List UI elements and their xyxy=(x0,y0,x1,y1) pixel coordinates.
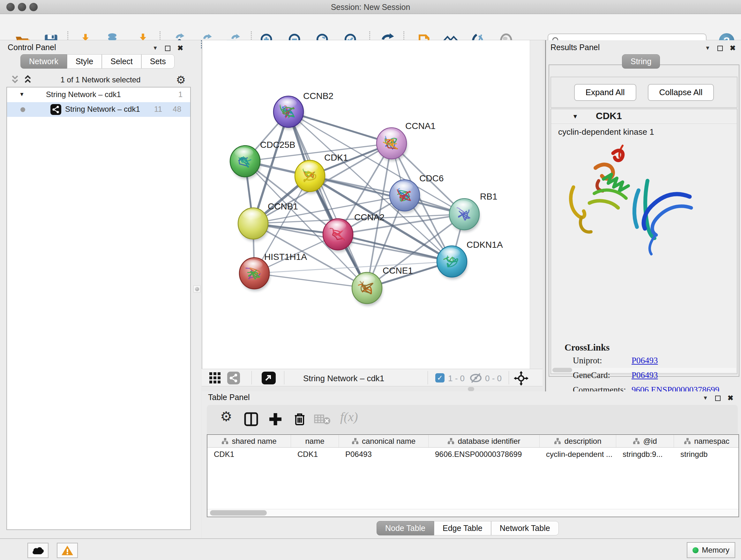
warning-icon xyxy=(61,545,74,556)
network-collection-label: String Network – cdk1 xyxy=(46,90,121,99)
node-label-RB1: RB1 xyxy=(480,192,497,201)
footer-separator xyxy=(252,371,252,384)
horizontal-splitter-handle[interactable] xyxy=(468,387,474,391)
float-panel-icon[interactable]: ▼ xyxy=(152,45,158,51)
string-network-icon xyxy=(51,104,61,115)
tab-edge-table[interactable]: Edge Table xyxy=(434,521,491,536)
node-label-CCNA2: CCNA2 xyxy=(354,212,385,222)
network-list: ▼ String Network – cdk1 1 String Network… xyxy=(6,87,191,530)
protein-structure-image xyxy=(562,140,697,267)
string-network-graph[interactable]: CCNB2CCNA1CDC25BCDK1CDC6RB1CCNB1CCNA2CDK… xyxy=(202,40,530,369)
delete-table-icon[interactable] xyxy=(314,414,331,425)
column-header-shared-name[interactable]: shared name xyxy=(207,435,291,447)
node-label-CDKN1A: CDKN1A xyxy=(467,240,503,250)
gene-section: ▼ CDK1 cyclin-dependent kinase 1 xyxy=(550,109,738,374)
column-header-database-identifier[interactable]: database identifier xyxy=(428,435,540,447)
network-options-gear-icon[interactable]: ⚙ xyxy=(176,73,186,86)
tab-network[interactable]: Network xyxy=(20,54,67,69)
table-header-row: shared namenamecanonical namedatabase id… xyxy=(207,435,738,448)
tab-network-table[interactable]: Network Table xyxy=(491,521,559,536)
column-header-description[interactable]: description xyxy=(540,435,616,447)
network-view-title: String Network – cdk1 xyxy=(303,374,384,383)
tab-string[interactable]: String xyxy=(622,54,660,69)
table-cell[interactable]: cyclin-dependent ... xyxy=(540,448,616,461)
section-collapse-icon[interactable]: ▼ xyxy=(572,113,578,120)
section-scrollbar[interactable] xyxy=(552,368,736,372)
table-options-gear-icon[interactable]: ⚙ xyxy=(220,409,232,424)
table-row[interactable]: CDK1CDK1P064939606.ENSP00000378699cyclin… xyxy=(207,448,738,461)
tab-node-table[interactable]: Node Table xyxy=(377,521,434,536)
tab-style[interactable]: Style xyxy=(67,54,102,69)
table-cell[interactable]: stringdb xyxy=(674,448,739,461)
node-CCNB1[interactable] xyxy=(238,208,269,241)
tree-expand-icon[interactable]: ▼ xyxy=(19,91,24,98)
column-header--id[interactable]: @id xyxy=(616,435,674,447)
selected-count-checkbox[interactable]: ✓ xyxy=(435,373,445,382)
table-panel: Table Panel ▼ ✖ ⚙ f(x) shared namenameca… xyxy=(202,391,741,538)
float-panel-icon[interactable]: ▼ xyxy=(705,45,711,51)
cloud-button[interactable] xyxy=(27,543,49,558)
crosshair-icon[interactable] xyxy=(514,371,529,386)
control-panel-title: Control Panel xyxy=(8,43,56,52)
gene-section-header[interactable]: ▼ CDK1 xyxy=(551,109,737,124)
node-label-CDC25B: CDC25B xyxy=(260,140,295,150)
window-title: Session: New Session xyxy=(0,3,741,12)
node-CDKN1A[interactable] xyxy=(437,246,468,279)
left-splitter-handle[interactable] xyxy=(193,286,200,293)
expand-all-button[interactable]: Expand All xyxy=(574,84,636,101)
string-style-icon[interactable] xyxy=(227,372,240,384)
close-panel-icon[interactable]: ✖ xyxy=(178,44,183,52)
node-label-CCNE1: CCNE1 xyxy=(383,266,413,275)
column-header-name[interactable]: name xyxy=(291,435,339,447)
table-cell[interactable]: CDK1 xyxy=(291,448,339,461)
network-selected-status: 1 of 1 Network selected xyxy=(0,75,201,84)
table-cell[interactable]: CDK1 xyxy=(207,448,291,461)
crosslinks-heading: CrossLinks xyxy=(564,342,610,353)
delete-column-icon[interactable] xyxy=(292,412,307,427)
maximize-panel-icon[interactable] xyxy=(715,395,721,401)
create-column-icon[interactable] xyxy=(268,412,283,427)
memory-button[interactable]: Memory xyxy=(687,542,735,558)
column-header-canonical-name[interactable]: canonical name xyxy=(339,435,428,447)
tab-sets[interactable]: Sets xyxy=(141,54,175,69)
crosslink-label: Uniprot: xyxy=(573,356,602,365)
node-CDC25B[interactable] xyxy=(230,145,261,179)
network-canvas[interactable]: CCNB2CCNA1CDC25BCDK1CDC6RB1CCNB1CCNA2CDK… xyxy=(202,40,530,369)
edge-count: 48 xyxy=(173,105,181,114)
footer-separator xyxy=(284,371,284,384)
close-panel-icon[interactable]: ✖ xyxy=(728,394,733,402)
float-panel-icon[interactable]: ▼ xyxy=(703,395,708,401)
column-header-namespac[interactable]: namespac xyxy=(674,435,739,447)
node-RB1[interactable] xyxy=(449,199,480,232)
node-CCNA1[interactable] xyxy=(377,128,407,161)
hidden-eye-icon[interactable] xyxy=(469,373,482,383)
network-collection-row[interactable]: ▼ String Network – cdk1 1 xyxy=(7,87,190,102)
show-columns-icon[interactable] xyxy=(244,412,259,427)
node-CDK1[interactable] xyxy=(295,160,326,194)
network-view-toolbar: String Network – cdk1 ✓ 1 - 0 0 - 0 xyxy=(202,369,542,386)
tab-select[interactable]: Select xyxy=(102,54,141,69)
function-builder-icon[interactable]: f(x) xyxy=(340,409,358,424)
collapse-all-button[interactable]: Collapse All xyxy=(648,84,714,101)
birds-eye-view-icon[interactable] xyxy=(209,372,221,384)
close-panel-icon[interactable]: ✖ xyxy=(730,44,736,52)
table-horizontal-scrollbar[interactable] xyxy=(207,509,738,516)
collection-count: 1 xyxy=(179,90,183,99)
open-in-window-icon[interactable] xyxy=(262,372,276,384)
crosslink-value-link[interactable]: P06493 xyxy=(631,356,658,366)
table-cell[interactable]: stringdb:9... xyxy=(616,448,674,461)
network-side-strip xyxy=(530,40,542,369)
node-label-CCNB2: CCNB2 xyxy=(303,91,333,101)
edge-HIST1H1A-CCNE1[interactable] xyxy=(254,273,367,288)
table-cell[interactable]: P06493 xyxy=(339,448,428,461)
table-cell[interactable]: 9606.ENSP00000378699 xyxy=(428,448,540,461)
node-HIST1H1A[interactable] xyxy=(239,258,270,291)
warnings-button[interactable] xyxy=(57,543,78,558)
maximize-panel-icon[interactable] xyxy=(718,46,723,51)
maximize-panel-icon[interactable] xyxy=(165,46,171,51)
node-CCNE1[interactable] xyxy=(352,272,383,306)
title-bar: Session: New Session xyxy=(0,0,741,14)
node-label-CCNA1: CCNA1 xyxy=(405,121,435,131)
results-button-row: Expand All Collapse All xyxy=(550,77,738,108)
network-row[interactable]: String Network – cdk1 11 48 xyxy=(7,102,190,117)
